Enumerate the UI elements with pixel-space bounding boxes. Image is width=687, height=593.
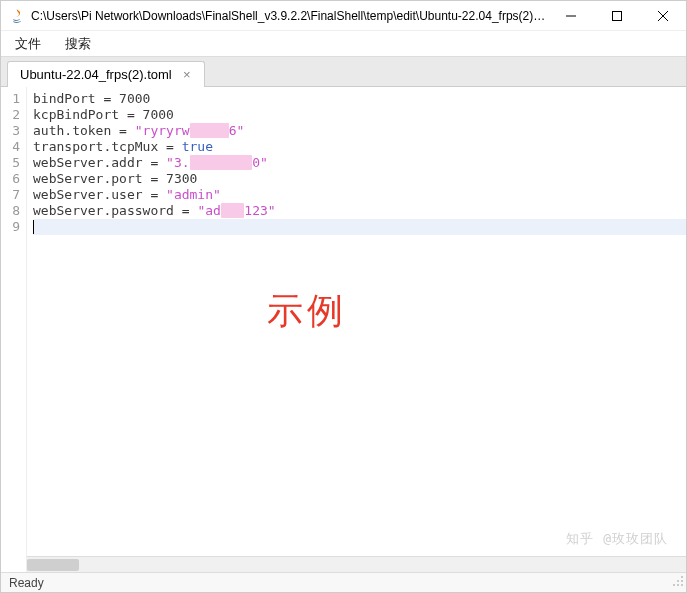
maximize-button[interactable] <box>594 1 640 30</box>
scrollbar-thumb[interactable] <box>27 559 79 571</box>
menu-file[interactable]: 文件 <box>7 33 49 55</box>
statusbar: Ready <box>1 572 686 592</box>
svg-rect-1 <box>613 11 622 20</box>
line-number: 3 <box>1 123 20 139</box>
svg-point-7 <box>673 584 675 586</box>
status-text: Ready <box>9 576 44 590</box>
code-line[interactable]: kcpBindPort = 7000 <box>33 107 686 123</box>
line-number: 6 <box>1 171 20 187</box>
menubar: 文件 搜索 <box>1 31 686 57</box>
code-line[interactable]: webServer.addr = "3. 0" <box>33 155 686 171</box>
horizontal-scrollbar[interactable] <box>27 556 686 572</box>
minimize-button[interactable] <box>548 1 594 30</box>
code-line[interactable]: auth.token = "ryryrwy 56" <box>33 123 686 139</box>
close-button[interactable] <box>640 1 686 30</box>
line-gutter: 123456789 <box>1 87 27 572</box>
tab-label: Ubuntu-22.04_frps(2).toml <box>20 67 172 82</box>
line-number: 8 <box>1 203 20 219</box>
resize-grip-icon[interactable] <box>672 575 684 590</box>
code-line[interactable]: webServer.password = "adm 123" <box>33 203 686 219</box>
svg-point-5 <box>677 580 679 582</box>
window-title: C:\Users\Pi Network\Downloads\FinalShell… <box>31 9 548 23</box>
java-app-icon <box>9 8 25 24</box>
example-overlay-text: 示例 <box>267 287 347 336</box>
tabbar: Ubuntu-22.04_frps(2).toml × <box>1 57 686 87</box>
line-number: 4 <box>1 139 20 155</box>
window-controls <box>548 1 686 30</box>
tab-close-icon[interactable]: × <box>180 68 194 82</box>
code-line[interactable]: transport.tcpMux = true <box>33 139 686 155</box>
svg-point-6 <box>681 580 683 582</box>
code-line[interactable] <box>33 219 686 235</box>
line-number: 5 <box>1 155 20 171</box>
line-number: 1 <box>1 91 20 107</box>
line-number: 7 <box>1 187 20 203</box>
code-line[interactable]: webServer.port = 7300 <box>33 171 686 187</box>
svg-point-8 <box>677 584 679 586</box>
text-cursor <box>33 220 34 234</box>
titlebar: C:\Users\Pi Network\Downloads\FinalShell… <box>1 1 686 31</box>
svg-point-9 <box>681 584 683 586</box>
line-number: 2 <box>1 107 20 123</box>
menu-search[interactable]: 搜索 <box>57 33 99 55</box>
svg-point-4 <box>681 576 683 578</box>
scrollbar-track[interactable] <box>27 557 686 572</box>
watermark-text: 知乎 @玫玫团队 <box>566 530 668 548</box>
code-editor[interactable]: bindPort = 7000kcpBindPort = 7000auth.to… <box>27 87 686 572</box>
editor-area: 123456789 bindPort = 7000kcpBindPort = 7… <box>1 87 686 572</box>
tab-active[interactable]: Ubuntu-22.04_frps(2).toml × <box>7 61 205 87</box>
code-line[interactable]: webServer.user = "admin" <box>33 187 686 203</box>
line-number: 9 <box>1 219 20 235</box>
code-line[interactable]: bindPort = 7000 <box>33 91 686 107</box>
